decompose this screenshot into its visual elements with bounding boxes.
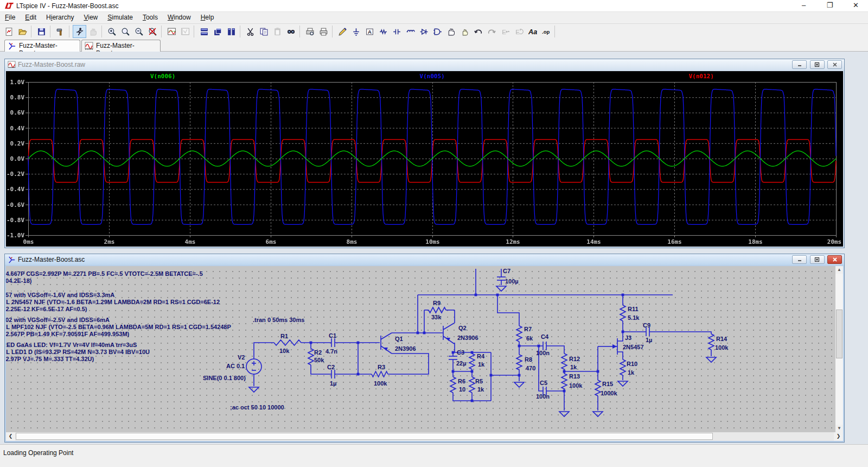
component-label: 100k bbox=[715, 344, 729, 351]
autorange-y-axis-icon bbox=[181, 27, 190, 36]
place-net-label-button[interactable]: A bbox=[363, 25, 376, 38]
junction-dot bbox=[490, 374, 493, 377]
status-bar: Loading Operating Point bbox=[0, 444, 868, 467]
zoom-area-button[interactable] bbox=[119, 25, 132, 38]
spice-model-text: 604.2E-18) bbox=[6, 277, 32, 284]
sch-minimize-button[interactable] bbox=[792, 255, 807, 264]
svg-text:A: A bbox=[368, 29, 372, 35]
copy-button[interactable] bbox=[257, 25, 271, 38]
tile-horizontally-button[interactable] bbox=[197, 25, 211, 38]
spice-directive-button[interactable]: .op bbox=[539, 25, 553, 38]
place-component-icon bbox=[433, 27, 442, 36]
run-simulation-button[interactable] bbox=[73, 25, 86, 38]
vertical-scroll-thumb[interactable] bbox=[836, 310, 843, 358]
schematic-window-title-bar[interactable]: Fuzz-Master-Boost.asc bbox=[5, 254, 844, 265]
save-button[interactable] bbox=[35, 25, 48, 38]
place-component-button[interactable] bbox=[431, 25, 444, 38]
resistor-R8 bbox=[516, 355, 522, 370]
horizontal-scroll-thumb[interactable] bbox=[16, 433, 713, 440]
ltspice-logo-icon bbox=[4, 2, 14, 10]
svg-text:.op: .op bbox=[542, 29, 550, 35]
menu-hierarchy[interactable]: Hierarchy bbox=[41, 12, 79, 23]
plot-settings-button[interactable] bbox=[165, 25, 178, 38]
menu-edit[interactable]: Edit bbox=[20, 12, 41, 23]
menu-file[interactable]: File bbox=[0, 12, 20, 23]
zoom-full-extents-button[interactable] bbox=[146, 25, 159, 38]
undo-button[interactable] bbox=[471, 25, 485, 38]
component-label: C4 bbox=[541, 333, 549, 340]
sch-close-button[interactable] bbox=[827, 255, 842, 264]
scroll-down-arrow[interactable]: ▼ bbox=[835, 425, 843, 432]
menu-tools[interactable]: Tools bbox=[138, 12, 163, 23]
junction-dot bbox=[622, 294, 624, 296]
menu-window[interactable]: Window bbox=[163, 12, 196, 23]
place-inductor-button[interactable] bbox=[404, 25, 417, 38]
toolbar-separator bbox=[554, 26, 558, 37]
menu-simulate[interactable]: Simulate bbox=[103, 12, 138, 23]
move-button[interactable] bbox=[444, 25, 458, 38]
junction-dot bbox=[471, 370, 474, 373]
wave-close-button[interactable] bbox=[827, 60, 842, 69]
minimize-button[interactable]: – bbox=[792, 0, 816, 12]
cut-button[interactable] bbox=[244, 25, 257, 38]
component-label: 4.7n bbox=[326, 348, 337, 355]
place-diode-button[interactable] bbox=[417, 25, 431, 38]
print-preview-button[interactable] bbox=[303, 25, 317, 38]
component-label: 2N3906 bbox=[395, 345, 416, 352]
open-file-button[interactable] bbox=[16, 25, 29, 38]
junction-dot bbox=[563, 370, 566, 373]
schematic-vertical-scrollbar[interactable]: ▲ ▼ bbox=[835, 266, 843, 432]
wire bbox=[254, 343, 274, 359]
place-text-button[interactable]: Aa bbox=[526, 25, 539, 38]
place-ground-icon bbox=[352, 27, 361, 36]
copy-icon bbox=[259, 27, 269, 36]
waveform-window-title-bar[interactable]: Fuzz-Master-Boost.raw bbox=[5, 59, 844, 70]
control-panel-button[interactable] bbox=[54, 25, 67, 38]
zoom-in-button[interactable] bbox=[105, 25, 119, 38]
place-ground-button[interactable] bbox=[349, 25, 363, 38]
sch-restore-button[interactable] bbox=[810, 255, 825, 264]
zoom-out-button[interactable] bbox=[132, 25, 146, 38]
place-capacitor-button[interactable] bbox=[390, 25, 404, 38]
resistor-R15 bbox=[595, 380, 601, 396]
cascade-windows-button[interactable] bbox=[211, 25, 225, 38]
drag-button[interactable] bbox=[458, 25, 471, 38]
find-button[interactable] bbox=[284, 25, 298, 38]
wave-minimize-button[interactable] bbox=[792, 60, 807, 69]
new-schematic-button[interactable] bbox=[2, 25, 16, 38]
place-resistor-button[interactable] bbox=[376, 25, 390, 38]
schematic-canvas[interactable]: =4.667P CGS=2.992P M=.2271 PB=.5 FC=.5 V… bbox=[6, 266, 835, 432]
scroll-up-arrow[interactable]: ▲ bbox=[835, 266, 843, 274]
component-label: 1k bbox=[628, 369, 635, 376]
save-icon bbox=[37, 27, 46, 36]
tab-schematic[interactable]: Fuzz-Master-Boost.asc bbox=[4, 40, 80, 52]
junction-dot bbox=[538, 345, 540, 348]
component-label: R13 bbox=[569, 373, 580, 380]
scroll-left-arrow[interactable]: ❮ bbox=[6, 432, 15, 441]
schematic-horizontal-scrollbar[interactable]: ❮ ❯ bbox=[6, 432, 843, 441]
wire bbox=[649, 332, 711, 334]
menu-view[interactable]: View bbox=[79, 12, 103, 23]
scroll-right-arrow[interactable]: ❯ bbox=[834, 432, 843, 441]
wave-restore-button[interactable] bbox=[810, 60, 825, 69]
tile-vertically-button[interactable] bbox=[225, 25, 238, 38]
restore-button[interactable]: ❐ bbox=[818, 0, 842, 12]
component-label: C2 bbox=[327, 364, 335, 370]
paste-button bbox=[271, 25, 284, 38]
cut-icon bbox=[246, 27, 255, 36]
menu-help[interactable]: Help bbox=[196, 12, 219, 23]
waveform-window-title: Fuzz-Master-Boost.raw bbox=[18, 61, 85, 68]
junction-dot bbox=[597, 370, 599, 373]
tab-waveform[interactable]: Fuzz-Master-Boost.raw bbox=[81, 40, 161, 52]
tab-bar: Fuzz-Master-Boost.asc Fuzz-Master-Boost.… bbox=[0, 39, 868, 52]
junction-dot bbox=[475, 294, 477, 296]
spice-model-text: 102 with VGSoff=-2.5V and IDSS=6mA bbox=[6, 317, 110, 323]
waveform-plot[interactable] bbox=[6, 71, 843, 247]
component-label: 470 bbox=[526, 365, 535, 371]
draw-wire-button[interactable] bbox=[336, 25, 349, 38]
component-label: 50k bbox=[314, 357, 324, 363]
component-label: C9 bbox=[643, 322, 650, 329]
print-button[interactable] bbox=[317, 25, 330, 38]
ground-symbol bbox=[496, 286, 506, 291]
close-button[interactable]: ✕ bbox=[844, 0, 868, 12]
